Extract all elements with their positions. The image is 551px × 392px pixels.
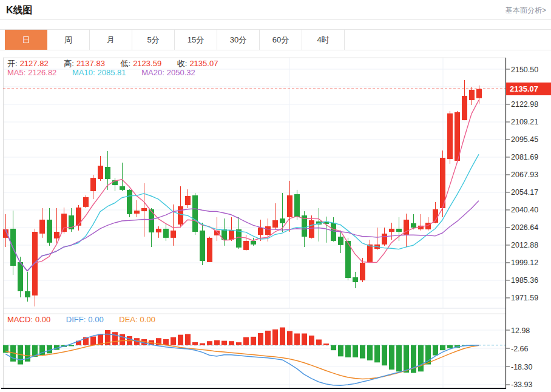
macd-label: MACD:	[7, 315, 33, 324]
macd-hist-bar	[251, 337, 256, 345]
candle-body	[32, 232, 38, 296]
ma20-label: MA20:	[141, 68, 164, 77]
candle-body	[185, 196, 191, 205]
close-value: 2135.07	[189, 59, 218, 68]
candle-body	[360, 263, 365, 280]
ma10-label: MA10:	[72, 68, 95, 77]
macd-hist-bar	[280, 328, 285, 345]
candle-body	[149, 209, 154, 232]
candle-body	[39, 220, 45, 234]
macd-hist-bar	[236, 342, 242, 345]
candle-body	[338, 237, 343, 245]
candle-body	[200, 231, 205, 261]
dea-value: 0.00	[140, 315, 155, 324]
macd-hist-bar	[287, 331, 292, 345]
candle-body	[309, 220, 314, 238]
macd-hist-bar	[90, 337, 96, 345]
macd-hist-bar	[345, 345, 351, 357]
candle-body	[171, 231, 176, 238]
macd-hist-bar	[440, 345, 445, 350]
candle-body	[90, 178, 96, 191]
ma5-label: MA5:	[7, 68, 25, 77]
candle-body	[61, 214, 67, 232]
ma20-value: 2050.32	[167, 68, 195, 77]
diff-label: DIFF:	[66, 315, 86, 324]
candle-body	[156, 229, 161, 232]
candle-body	[280, 218, 285, 223]
ma5-value: 2126.82	[28, 68, 56, 77]
macd-hist-bar	[207, 341, 212, 345]
candle-body	[251, 241, 256, 245]
macd-hist-bar	[229, 341, 234, 345]
open-value: 2127.82	[20, 59, 49, 68]
macd-hist-bar	[367, 345, 373, 360]
macd-hist-bar	[389, 345, 394, 370]
macd-hist-bar	[112, 332, 118, 345]
axis-label: 1971.59	[511, 294, 538, 302]
macd-hist-bar	[447, 345, 453, 348]
ma10-value: 2085.81	[98, 68, 126, 77]
kline-page: K线图 基本面分析> 日周月5分15分30分60分4时 开:2127.82 高:…	[0, 0, 551, 392]
axis-label: 2026.64	[511, 223, 538, 232]
macd-value: 0.00	[35, 315, 50, 324]
candle-body	[265, 226, 271, 235]
candle-body	[229, 231, 234, 240]
macd-hist-bar	[433, 345, 438, 356]
candle-body	[353, 277, 358, 282]
axis-label: -2.66	[511, 345, 529, 353]
candle-body	[476, 89, 482, 98]
macd-hist-bar	[200, 343, 205, 345]
candle-body	[258, 228, 263, 235]
macd-hist-bar	[265, 331, 271, 345]
axis-label: 2109.21	[511, 118, 538, 126]
macd-hist-bar	[294, 334, 300, 345]
candle-body	[163, 229, 169, 238]
candle-body	[76, 208, 81, 226]
axis-label: 2012.88	[511, 241, 538, 249]
low-value: 2123.59	[133, 59, 161, 68]
candle-body	[120, 186, 125, 190]
axis-label: 12.98	[511, 326, 530, 335]
macd-hist-bar	[302, 334, 307, 345]
macd-hist-bar	[404, 345, 409, 373]
low-label: 低:	[121, 59, 131, 68]
axis-label: 2095.45	[511, 135, 538, 144]
macd-hist-bar	[309, 336, 314, 345]
candle-body	[192, 195, 198, 232]
candle-body	[382, 234, 387, 245]
candle-body	[178, 206, 183, 225]
candle-body	[396, 229, 402, 232]
candle-body	[98, 166, 103, 179]
macd-hist-bar	[272, 329, 278, 345]
dea-label: DEA:	[119, 315, 137, 324]
macd-hist-bar	[258, 333, 263, 345]
axis-label: 1999.12	[511, 259, 538, 267]
macd-bottom-border	[1, 388, 505, 389]
axis-label: 1985.36	[511, 276, 538, 285]
axis-label: 2081.69	[511, 153, 538, 161]
macd-hist-bar	[214, 340, 220, 345]
candle-body	[455, 112, 460, 161]
macd-hist-bar	[243, 337, 249, 345]
candle-body	[236, 229, 242, 248]
axis-label: -33.93	[511, 380, 532, 389]
candle-body	[389, 229, 394, 232]
macd-hist-bar	[396, 345, 402, 371]
axis-label: 2150.50	[511, 66, 538, 74]
high-label: 高:	[64, 59, 74, 68]
macd-hist-bar	[323, 343, 329, 345]
axis-label: 2067.93	[511, 171, 538, 179]
diff-value: 0.00	[88, 315, 103, 324]
macd-hist-bar	[69, 345, 74, 346]
candle-body	[367, 245, 373, 262]
candle-body	[141, 208, 147, 211]
candle-body	[18, 262, 23, 291]
macd-hist-bar	[316, 340, 322, 345]
high-value: 2137.83	[76, 59, 105, 68]
candle-body	[243, 241, 249, 250]
candle-body	[294, 194, 300, 217]
macd-hist-bar	[374, 345, 380, 362]
macd-hist-bar	[338, 345, 343, 356]
macd-hist-bar	[382, 345, 387, 365]
candle-body	[272, 220, 278, 228]
